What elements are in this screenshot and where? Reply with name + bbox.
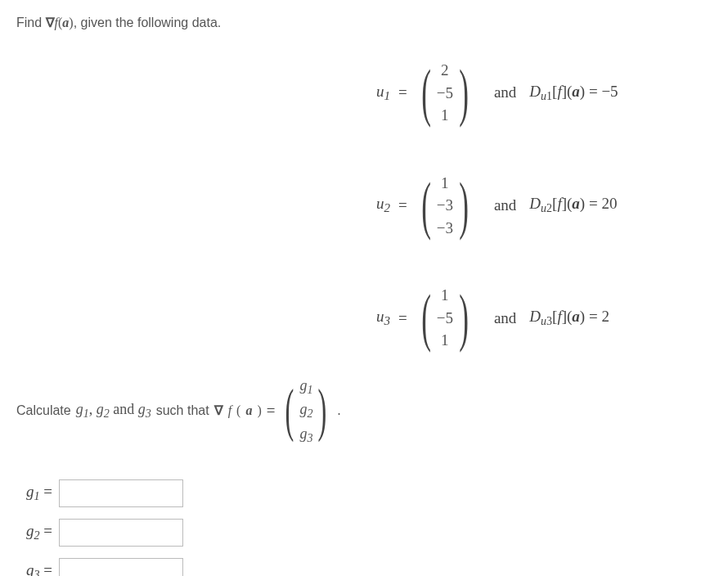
u1-comp-1: −5 xyxy=(437,82,453,105)
u1-comp-2: 1 xyxy=(441,104,449,127)
u2-comp-0: 1 xyxy=(441,172,449,195)
paren-open: ( xyxy=(236,403,240,418)
grad-f: f xyxy=(228,403,231,418)
u1-comp-0: 2 xyxy=(441,59,449,82)
answer-inputs: g1 = g2 = g3 = xyxy=(16,479,712,576)
u3-comp-0: 1 xyxy=(441,284,449,307)
data-row-u2: u2 = ( 1 −3 −3 ) and Du2[f](a) = 20 xyxy=(376,172,712,240)
paren-right: ) xyxy=(459,67,469,118)
g1-input[interactable] xyxy=(59,479,183,507)
prompt-prefix: Find xyxy=(16,16,46,29)
answer-row-g2: g2 = xyxy=(16,519,712,547)
u3-label: u3 xyxy=(376,308,390,328)
du3-expression: Du3[f](a) = 2 xyxy=(529,308,609,328)
paren-right: ) xyxy=(318,387,327,434)
u1-label: u1 xyxy=(376,83,390,103)
u2-comp-1: −3 xyxy=(437,194,453,217)
and-text: and xyxy=(494,196,516,214)
nabla-symbol: ∇ xyxy=(214,403,223,418)
u1-vector: ( 2 −5 1 ) xyxy=(416,59,474,127)
and-text: and xyxy=(494,309,516,327)
u2-label: u2 xyxy=(376,195,390,215)
data-row-u1: u1 = ( 2 −5 1 ) and Du1[f](a) = −5 xyxy=(376,59,712,127)
du2-expression: Du2[f](a) = 20 xyxy=(529,195,617,215)
calc-prefix: Calculate xyxy=(16,403,71,418)
prompt-suffix: , given the following data. xyxy=(74,16,222,29)
du1-expression: Du1[f](a) = −5 xyxy=(529,83,618,103)
gradient-vector: ( g1 g2 g3 ) xyxy=(280,375,332,447)
answer-row-g1: g1 = xyxy=(16,479,712,507)
u3-comp-2: 1 xyxy=(441,329,449,352)
paren-close: ) xyxy=(257,403,261,418)
u3-vector: ( 1 −5 1 ) xyxy=(416,284,474,352)
paren-right: ) xyxy=(459,292,469,343)
equals-sign: = xyxy=(398,309,407,327)
g3-label: g3 = xyxy=(16,561,52,576)
data-row-u3: u3 = ( 1 −5 1 ) and Du3[f](a) = 2 xyxy=(376,284,712,352)
paren-right: ) xyxy=(459,180,469,231)
g-list: g1, g2 and g3 xyxy=(76,401,151,421)
g3-comp: g3 xyxy=(299,423,312,447)
u3-comp-1: −5 xyxy=(437,307,453,330)
u2-comp-2: −3 xyxy=(437,217,453,240)
paren-left: ( xyxy=(285,387,294,434)
paren-left: ( xyxy=(421,292,431,343)
and-text: and xyxy=(494,83,516,101)
calculate-prompt: Calculate g1, g2 and g3 such that ∇f(a) … xyxy=(16,375,712,447)
g1-label: g1 = xyxy=(16,483,52,503)
equals-sign: = xyxy=(267,402,276,420)
equals-sign: = xyxy=(398,83,407,101)
paren-left: ( xyxy=(421,67,431,118)
calc-mid: such that xyxy=(156,403,209,418)
grad-arg: a xyxy=(245,403,252,418)
period: . xyxy=(337,403,340,418)
g2-input[interactable] xyxy=(59,519,183,547)
answer-row-g3: g3 = xyxy=(16,558,712,576)
g2-comp: g2 xyxy=(299,398,312,422)
g2-label: g2 = xyxy=(16,522,52,542)
nabla-symbol: ∇ xyxy=(46,16,55,29)
paren-left: ( xyxy=(421,180,431,231)
u2-vector: ( 1 −3 −3 ) xyxy=(416,172,474,240)
equals-sign: = xyxy=(398,196,407,214)
g1-comp: g1 xyxy=(299,375,312,398)
g3-input[interactable] xyxy=(59,558,183,576)
problem-prompt: Find ∇f(a), given the following data. xyxy=(16,15,712,30)
